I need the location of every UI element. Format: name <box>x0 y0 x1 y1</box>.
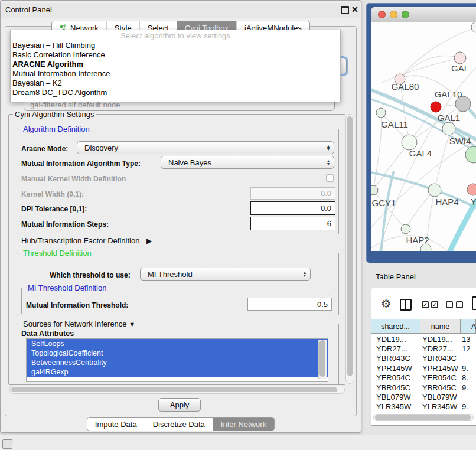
attributes-scrollbar[interactable] <box>318 340 327 379</box>
control-panel-title: Control Panel <box>5 5 52 14</box>
table-cell: 9. <box>461 364 476 373</box>
tab-discretize-data[interactable]: Discretize Data <box>145 418 213 431</box>
table-cell: 12 <box>461 344 476 353</box>
network-node-gal1[interactable] <box>442 122 455 135</box>
network-node-hap2[interactable] <box>401 224 410 234</box>
tab-label: Infer Network <box>221 420 266 429</box>
close-traffic-light[interactable] <box>378 11 386 18</box>
mi-algorithm-type-combobox[interactable]: Naive Bayes ▴▾ <box>161 156 334 169</box>
attribute-item-topologicalcoefficient[interactable]: TopologicalCoefficient <box>27 348 328 358</box>
table-cell: YLR345W <box>371 402 420 411</box>
table-row[interactable]: YBR045CYBR045C9. <box>371 383 476 392</box>
node-label: GCY1 <box>372 198 396 208</box>
apply-button[interactable]: Apply <box>158 398 201 412</box>
mi-threshold-field[interactable]: 0.5 <box>247 298 332 311</box>
document-icon[interactable] <box>472 296 476 310</box>
scrollbar-thumb[interactable] <box>11 387 337 392</box>
algorithm-option-basic-correlation-inference[interactable]: Basic Correlation Inference <box>12 50 337 60</box>
network-node-gcy1[interactable] <box>371 185 378 195</box>
algorithm-dropdown: Select algorithm to view settings Bayesi… <box>10 30 341 102</box>
algorithm-definition-title: Algorithm Definition <box>21 125 92 133</box>
attribute-item-betweennesscentrality[interactable]: BetweennessCentrality <box>27 358 328 367</box>
scrollbar-thumb[interactable] <box>375 415 471 420</box>
table-row[interactable]: YPR145WYPR145W9. <box>371 363 476 373</box>
tab-infer-network[interactable]: Infer Network <box>213 418 274 431</box>
node-label: GAL80 <box>392 81 419 92</box>
network-node-y[interactable] <box>467 184 476 195</box>
node-label: GAL11 <box>381 119 408 129</box>
network-node-gal[interactable] <box>454 52 466 64</box>
mi-steps-field[interactable]: 6 <box>250 217 335 230</box>
column-header-partial[interactable]: A <box>461 319 476 334</box>
split-columns-icon[interactable] <box>400 299 412 311</box>
attribute-item-gal4rgexp[interactable]: gal4RGexp <box>27 367 328 377</box>
manual-kernel-width-checkbox[interactable] <box>326 174 334 182</box>
status-strip <box>0 435 476 450</box>
table-cell: YBR043C <box>371 354 420 363</box>
network-node[interactable] <box>431 102 441 112</box>
table-row[interactable]: YLR345WYLR345W9. <box>371 402 476 412</box>
table-cell: YPR145W <box>371 364 420 373</box>
algorithm-option-dream8-dc-tdc-algorithm[interactable]: Dream8 DC_TDC Algorithm <box>12 88 337 97</box>
table-horizontal-scrollbar[interactable] <box>373 414 474 421</box>
network-edge <box>381 172 393 251</box>
zoom-traffic-light[interactable] <box>402 11 409 18</box>
checked-checkbox-icon[interactable]: ✓ <box>431 301 438 308</box>
unchecked-checkbox-icon[interactable] <box>456 301 463 308</box>
threshold-definition-title: Threshold Definition <box>21 249 93 257</box>
collapsed-panel-icon[interactable] <box>2 439 12 449</box>
network-node-swi4[interactable] <box>465 146 476 163</box>
table-row[interactable]: YBR043CYBR043C <box>371 354 476 363</box>
cyni-mode-tabbar: Impute DataDiscretize DataInfer Network <box>0 417 361 431</box>
table-row[interactable]: YDL19...YDL19...13 <box>371 334 476 344</box>
hub-definition-toggle[interactable]: Hub/Transcription Factor Definition ▶ <box>21 236 152 245</box>
checked-checkbox-icon[interactable]: ✓ <box>422 301 429 308</box>
table-cell: YER054C <box>420 373 461 382</box>
table-cell: YBL079W <box>420 393 461 402</box>
column-header-shared-name[interactable]: shared... <box>371 319 420 334</box>
control-panel-titlebar <box>1 3 360 18</box>
table-row[interactable]: YER054CYER054C8. <box>371 373 476 383</box>
data-attributes-list[interactable]: SelfLoopsTopologicalCoefficientBetweenne… <box>26 338 328 382</box>
attribute-item-selfloops[interactable]: SelfLoops <box>27 339 328 348</box>
settings-vertical-scrollbar[interactable] <box>345 114 354 384</box>
algorithm-option-bayesian-hill-climbing[interactable]: Bayesian – Hill Climbing <box>12 41 337 50</box>
sources-title[interactable]: Sources for Network Inference ▼ <box>21 319 137 328</box>
column-header-name[interactable]: name <box>420 319 461 334</box>
unchecked-checkbox-icon[interactable] <box>446 301 453 308</box>
network-view-titlebar <box>371 7 476 22</box>
scrollbar-thumb[interactable] <box>319 340 325 377</box>
network-node[interactable] <box>471 22 476 32</box>
algorithm-option-bayesian-k2[interactable]: Bayesian – K2 <box>12 79 337 88</box>
settings-horizontal-scrollbar[interactable] <box>9 386 345 394</box>
table-cell: YDL19... <box>371 335 420 344</box>
float-window-icon[interactable] <box>341 6 349 14</box>
algorithm-option-mutual-information-inference[interactable]: Mutual Information Inference <box>12 69 337 79</box>
aracne-mode-combobox[interactable]: Discovery ▴▾ <box>77 141 334 154</box>
algorithm-dropdown-placeholder: Select algorithm to view settings <box>11 31 340 40</box>
which-threshold-combobox[interactable]: MI Threshold ▴▾ <box>140 268 311 281</box>
network-node-hap4[interactable] <box>428 184 441 197</box>
network-node-gal11[interactable] <box>376 108 386 118</box>
close-icon[interactable]: ✕ <box>351 5 358 14</box>
table-cell: YDR27... <box>371 344 420 353</box>
gear-icon[interactable]: ⚙ <box>381 297 391 311</box>
network-edge <box>435 135 449 190</box>
tab-label: Impute Data <box>95 420 137 429</box>
table-cell: 13 <box>461 335 476 344</box>
table-cell: YPR145W <box>420 364 461 373</box>
table-row[interactable]: YDR27...YDR27...12 <box>371 344 476 353</box>
table-row[interactable]: YBL079WYBL079W <box>371 392 476 402</box>
minimize-traffic-light[interactable] <box>390 11 397 18</box>
node-label: GAL10 <box>435 89 462 99</box>
mi-algorithm-type-label: Mutual Information Algorithm Type: <box>21 159 141 168</box>
kernel-width-field[interactable]: 0.0 <box>250 187 335 200</box>
dpi-tolerance-field[interactable]: 0.0 <box>250 201 335 215</box>
table-cell: YER054C <box>371 373 420 382</box>
table-cell: YBR045C <box>420 383 461 392</box>
algorithm-option-aracne-algorithm[interactable]: ARACNE Algorithm <box>12 60 337 69</box>
tab-impute-data[interactable]: Impute Data <box>87 418 145 431</box>
mi-threshold-definition-title: MI Threshold Definition <box>26 283 108 292</box>
scrollbar-thumb[interactable] <box>347 116 353 376</box>
network-canvas[interactable]: GALGAL80GAL10GAL1GAL11SWI4GAL4GCY1HAP4YH… <box>371 22 476 251</box>
